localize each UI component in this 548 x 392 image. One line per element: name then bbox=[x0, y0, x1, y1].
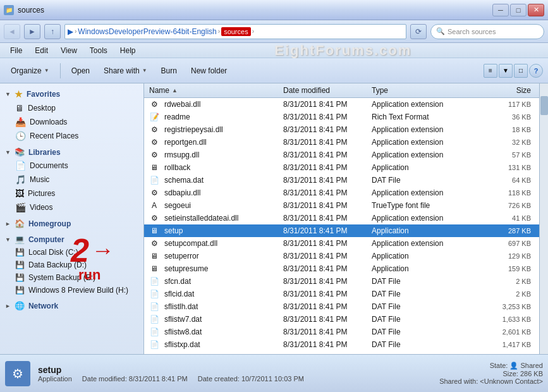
open-button[interactable]: Open bbox=[66, 61, 95, 80]
scrollbar-thumb[interactable] bbox=[540, 96, 548, 115]
table-row[interactable]: 🖥 setuperror 8/31/2011 8:41 PM Applicati… bbox=[144, 250, 548, 262]
sidebar-item-music[interactable]: 🎵 Music bbox=[0, 173, 143, 187]
sidebar-item-documents[interactable]: 📄 Documents bbox=[0, 159, 143, 173]
file-size: 697 KB bbox=[485, 240, 536, 247]
status-state: State: 👤 Shared bbox=[439, 362, 543, 370]
table-row[interactable]: 📝 readme 8/31/2011 8:41 PM Rich Text For… bbox=[144, 111, 548, 123]
c-drive-label: Local Disk (C:) bbox=[28, 248, 78, 257]
file-type: DAT File bbox=[372, 290, 485, 298]
search-box[interactable]: 🔍 Search sources bbox=[430, 24, 544, 39]
file-icon-sdbapiu.dll: ⚙ bbox=[149, 188, 159, 198]
table-row[interactable]: ⚙ setupcompat.dll 8/31/2011 8:41 PM Appl… bbox=[144, 237, 548, 250]
sidebar-item-c-drive[interactable]: 💾 Local Disk (C:) bbox=[0, 246, 143, 259]
path-current[interactable]: sources bbox=[221, 27, 251, 36]
col-header-name[interactable]: Name ▲ bbox=[144, 86, 283, 95]
table-row[interactable]: 📄 sflcid.dat 8/31/2011 8:41 PM DAT File … bbox=[144, 288, 548, 300]
file-date: 8/31/2011 8:41 PM bbox=[283, 252, 372, 260]
table-row[interactable]: ⚙ sdbapiu.dll 8/31/2011 8:41 PM Applicat… bbox=[144, 187, 548, 199]
sidebar-item-pictures[interactable]: 🖼 Pictures bbox=[0, 187, 143, 200]
table-row[interactable]: 🖥 rollback 8/31/2011 8:41 PM Application… bbox=[144, 161, 548, 174]
minimize-button[interactable]: ─ bbox=[492, 4, 509, 16]
col-header-type[interactable]: Type bbox=[372, 86, 485, 95]
videos-label: Videos bbox=[30, 203, 52, 212]
menu-edit[interactable]: Edit bbox=[28, 45, 54, 56]
homegroup-header[interactable]: ► 🏠 Homegroup bbox=[0, 217, 143, 230]
table-row[interactable]: 📄 sflistw8.dat 8/31/2011 8:41 PM DAT Fil… bbox=[144, 326, 548, 338]
close-button[interactable]: ✕ bbox=[528, 4, 544, 16]
sidebar-item-videos[interactable]: 🎬 Videos bbox=[0, 200, 143, 214]
file-icon-rollback: 🖥 bbox=[149, 162, 159, 173]
file-icon-sflcid.dat: 📄 bbox=[149, 289, 159, 299]
sidebar-item-recent[interactable]: 🕒 Recent Places bbox=[0, 129, 143, 143]
table-row[interactable]: 📄 sflistlh.dat 8/31/2011 8:41 PM DAT Fil… bbox=[144, 300, 548, 313]
up-button[interactable]: ↑ bbox=[44, 24, 61, 39]
forward-button[interactable]: ► bbox=[24, 24, 40, 39]
computer-header[interactable]: ▼ 💻 Computer bbox=[0, 233, 143, 246]
file-name: rdwebai.dll bbox=[164, 100, 200, 109]
libraries-header[interactable]: ▼ 📚 Libraries bbox=[0, 145, 143, 159]
table-row[interactable]: 📄 schema.dat 8/31/2011 8:41 PM DAT File … bbox=[144, 174, 548, 187]
table-row[interactable]: 📄 sfcn.dat 8/31/2011 8:41 PM DAT File 2 … bbox=[144, 275, 548, 288]
file-type: DAT File bbox=[372, 277, 485, 286]
table-row[interactable]: ⚙ registriepeysai.dll 8/31/2011 8:41 PM … bbox=[144, 123, 548, 136]
address-path[interactable]: ▶ › Name WindowsDeveloperPreview-64bit-E… bbox=[64, 24, 406, 39]
table-row[interactable]: 📄 sflistw7.dat 8/31/2011 8:41 PM DAT Fil… bbox=[144, 313, 548, 326]
file-list-scroll[interactable]: ⚙ rdwebai.dll 8/31/2011 8:41 PM Applicat… bbox=[144, 98, 548, 354]
refresh-button[interactable]: ⟳ bbox=[410, 24, 427, 39]
network-header[interactable]: ► 🌐 Network bbox=[0, 299, 143, 312]
file-size: 118 KB bbox=[485, 189, 536, 197]
table-row[interactable]: 📄 sflistxp.dat 8/31/2011 8:41 PM DAT Fil… bbox=[144, 338, 548, 351]
status-filetype: Application bbox=[38, 375, 72, 383]
new-folder-button[interactable]: New folder bbox=[185, 61, 233, 80]
file-date: 8/31/2011 8:41 PM bbox=[283, 100, 372, 109]
help-button[interactable]: ? bbox=[529, 64, 543, 78]
table-row[interactable]: 🖥 setupresume 8/31/2011 8:41 PM Applicat… bbox=[144, 262, 548, 275]
sidebar-item-h-drive[interactable]: 💾 Windows 8 Preview Build (H:) bbox=[0, 284, 143, 297]
file-size: 36 KB bbox=[485, 113, 536, 121]
sidebar-item-desktop[interactable]: 🖥 Desktop bbox=[0, 101, 143, 115]
view-dropdown-button[interactable]: ▼ bbox=[499, 64, 513, 78]
menu-help[interactable]: Help bbox=[114, 45, 142, 56]
table-row[interactable]: ⚙ rmsupg.dll 8/31/2011 8:41 PM Applicati… bbox=[144, 149, 548, 161]
menu-view[interactable]: View bbox=[54, 45, 83, 56]
table-row[interactable]: ⚙ setieinstalleddateai.dll 8/31/2011 8:4… bbox=[144, 212, 548, 224]
maximize-button[interactable]: □ bbox=[510, 4, 527, 16]
sidebar-item-downloads[interactable]: 📥 Downloads bbox=[0, 115, 143, 129]
burn-button[interactable]: Burn bbox=[155, 61, 183, 80]
file-icon-sflistxp.dat: 📄 bbox=[149, 340, 159, 350]
table-row[interactable]: A segoeui 8/31/2011 8:41 PM TrueType fon… bbox=[144, 199, 548, 212]
favorites-header[interactable]: ▼ ★ Favorites bbox=[0, 87, 143, 101]
file-date: 8/31/2011 8:41 PM bbox=[283, 176, 372, 185]
file-name: schema.dat bbox=[164, 176, 204, 185]
recent-icon: 🕒 bbox=[15, 131, 26, 141]
file-name: sflcid.dat bbox=[164, 290, 194, 298]
path-parent-label[interactable]: WindowsDeveloperPreview-64bit-English bbox=[78, 27, 216, 36]
share-with-button[interactable]: Share with ▼ bbox=[98, 61, 153, 80]
col-header-date[interactable]: Date modified bbox=[283, 86, 372, 95]
file-type: TrueType font file bbox=[372, 201, 485, 210]
table-row[interactable]: ⚙ reportgen.dll 8/31/2011 8:41 PM Applic… bbox=[144, 136, 548, 149]
organize-label: Organize bbox=[11, 66, 42, 75]
file-name: segoeui bbox=[164, 201, 191, 210]
preview-pane-button[interactable]: □ bbox=[514, 64, 528, 78]
file-size: 18 KB bbox=[485, 126, 536, 133]
table-row[interactable]: ⚙ rdwebai.dll 8/31/2011 8:41 PM Applicat… bbox=[144, 98, 548, 111]
menu-tools[interactable]: Tools bbox=[83, 45, 114, 56]
view-controls: ≡ ▼ □ ? bbox=[484, 64, 543, 78]
recent-label: Recent Places bbox=[30, 132, 78, 140]
menu-file[interactable]: File bbox=[4, 45, 28, 56]
sidebar-item-d-drive[interactable]: 💾 Data Backup (D:) bbox=[0, 259, 143, 271]
file-date: 8/31/2011 8:41 PM bbox=[283, 125, 372, 134]
view-details-button[interactable]: ≡ bbox=[484, 64, 497, 78]
organize-button[interactable]: Organize ▼ bbox=[5, 61, 55, 80]
col-header-size[interactable]: Size bbox=[485, 86, 536, 95]
back-button[interactable]: ◄ bbox=[4, 24, 20, 39]
sidebar: ▼ ★ Favorites 🖥 Desktop 📥 Downloads 🕒 Re… bbox=[0, 83, 144, 354]
scrollbar-track[interactable] bbox=[539, 83, 548, 354]
file-list-container: Name ▲ Date modified Type Size ⚙ rdwebai… bbox=[144, 83, 548, 354]
computer-section: ▼ 💻 Computer 💾 Local Disk (C:) 💾 Data Ba… bbox=[0, 233, 143, 297]
table-row[interactable]: 🖥 setup 8/31/2011 8:41 PM Application 28… bbox=[144, 224, 548, 237]
file-type: Application bbox=[372, 264, 485, 273]
sidebar-item-e-drive[interactable]: 💾 System Backup (E:) bbox=[0, 271, 143, 284]
path-root[interactable]: ▶ bbox=[68, 27, 73, 36]
